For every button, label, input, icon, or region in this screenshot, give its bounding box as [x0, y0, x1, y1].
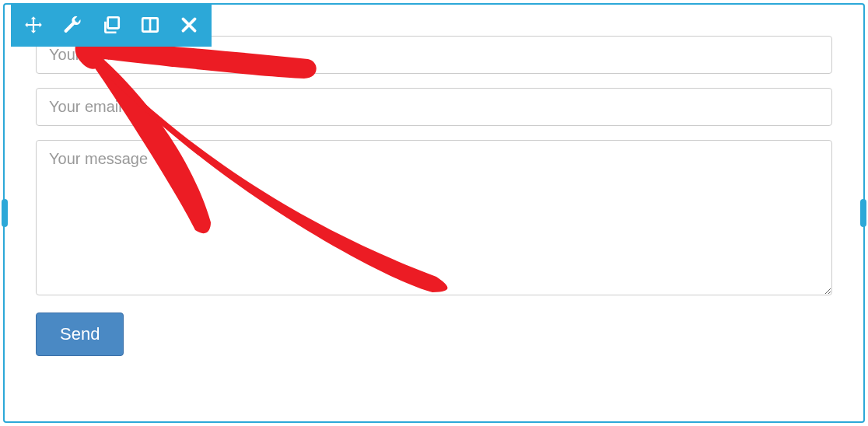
resize-handle-right[interactable]	[860, 199, 866, 227]
settings-button[interactable]	[53, 8, 92, 42]
editor-toolbar	[11, 3, 212, 47]
send-button[interactable]: Send	[36, 313, 124, 356]
columns-icon	[140, 15, 160, 35]
move-button[interactable]	[14, 8, 53, 42]
move-icon	[23, 15, 44, 35]
svg-rect-0	[108, 17, 119, 28]
email-input[interactable]	[36, 88, 832, 126]
duplicate-icon	[101, 15, 121, 35]
wrench-icon	[62, 15, 82, 35]
message-field-group	[36, 140, 832, 299]
message-textarea[interactable]	[36, 140, 832, 295]
columns-button[interactable]	[131, 8, 170, 42]
duplicate-button[interactable]	[92, 8, 131, 42]
close-icon	[179, 15, 199, 35]
form-container: Send	[3, 3, 865, 423]
email-field-group	[36, 88, 832, 126]
resize-handle-left[interactable]	[2, 199, 8, 227]
delete-button[interactable]	[170, 8, 208, 42]
